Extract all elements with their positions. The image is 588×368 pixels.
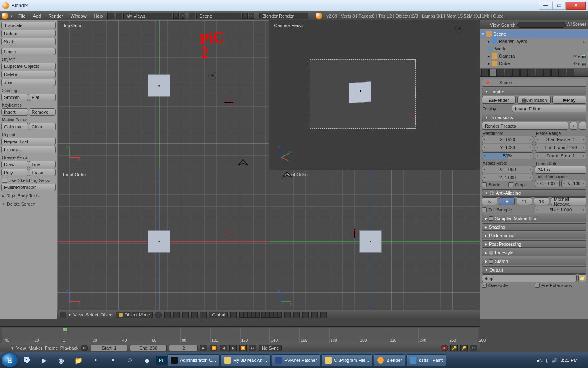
tray-volume-icon[interactable]: 🔊: [552, 358, 557, 363]
panel-shading[interactable]: ▶Shading: [482, 223, 586, 231]
snap-icon[interactable]: [293, 312, 300, 318]
scale-button[interactable]: Scale: [1, 38, 56, 45]
tl-frame[interactable]: Frame: [45, 346, 58, 350]
border-checkbox[interactable]: Borde: [482, 182, 507, 187]
panel-render[interactable]: ▼Render: [482, 88, 586, 95]
tray-flag-icon[interactable]: ▯: [546, 358, 548, 363]
back-to-prev-icon[interactable]: [107, 13, 114, 19]
rotate-button[interactable]: Rotate: [1, 30, 56, 37]
system-tray[interactable]: EN ▯ 🔊 8:21 PM: [537, 354, 586, 366]
res-y-field[interactable]: Y: 1080: [482, 144, 533, 151]
gp-erase-button[interactable]: Erase: [29, 169, 56, 176]
key-insert-icon[interactable]: 🔑: [460, 345, 468, 351]
folder-icon[interactable]: 📁: [578, 274, 586, 282]
layer-buttons[interactable]: [239, 312, 282, 318]
pivot-icon[interactable]: [164, 312, 171, 318]
scene-browse-icon[interactable]: [189, 13, 195, 19]
start-button[interactable]: ⊞: [2, 353, 18, 367]
outliner-filter[interactable]: All Scenes: [567, 22, 586, 28]
lamp-icon[interactable]: [208, 72, 216, 80]
pin-chrome-icon[interactable]: ◉: [53, 354, 69, 366]
autokey-icon[interactable]: ●: [441, 345, 448, 351]
viewport-area[interactable]: Top Ortho yx PiC 2 Camera Persp zy: [57, 20, 480, 319]
gp-poly-button[interactable]: Poly: [1, 169, 28, 176]
render-preview-icon[interactable]: [311, 312, 318, 318]
render-button[interactable]: 📷 Render: [482, 96, 516, 104]
insert-key-button[interactable]: Insert: [1, 108, 28, 116]
panel-freestyle[interactable]: ▶Freestyle: [482, 249, 586, 256]
panel-smb[interactable]: ▶Sampled Motion Blur: [482, 215, 586, 222]
tab-texture[interactable]: [551, 69, 559, 76]
task-admin[interactable]: Administrator: C...: [167, 354, 220, 366]
tab-render[interactable]: [481, 69, 489, 76]
menu-render[interactable]: Render: [45, 13, 66, 19]
tab-material[interactable]: [543, 69, 551, 76]
tab-constraints[interactable]: [520, 69, 528, 76]
output-path-field[interactable]: /tmp\: [482, 274, 577, 282]
pin-media-icon[interactable]: ▶: [36, 354, 52, 366]
timeline-ruler[interactable]: -40-200204060801001201401601802002202402…: [2, 328, 478, 343]
crop-checkbox[interactable]: Crop: [508, 182, 533, 187]
tab-renderlayers[interactable]: [489, 69, 497, 76]
res-x-field[interactable]: X: 1920: [482, 136, 533, 143]
editor-type-icon[interactable]: [60, 312, 66, 318]
join-button[interactable]: Join: [1, 79, 56, 86]
lamp-icon[interactable]: [455, 25, 463, 33]
timeline-type-icon[interactable]: [2, 345, 9, 351]
tab-physics[interactable]: [567, 69, 574, 76]
add-layout-button[interactable]: +: [173, 13, 179, 19]
keyframe-next-icon[interactable]: ⏩: [239, 345, 247, 351]
vp-menu-view[interactable]: View: [74, 312, 83, 317]
task-pvp[interactable]: PVP.net Patcher: [272, 354, 321, 366]
cube-right[interactable]: [359, 230, 382, 253]
res-pct-field[interactable]: 50%: [482, 152, 533, 159]
remove-layout-button[interactable]: ×: [180, 13, 185, 19]
chevron-down-icon[interactable]: ▾: [69, 312, 71, 317]
add-scene-button[interactable]: +: [242, 13, 248, 19]
remap-old-field[interactable]: Ol: 100: [535, 180, 560, 187]
manipulator-icon[interactable]: [173, 312, 180, 318]
delete-screen-panel[interactable]: ▼Delete Screen: [1, 200, 56, 208]
remap-new-field[interactable]: N: 100: [561, 180, 586, 187]
remove-key-button[interactable]: Remove: [29, 108, 56, 116]
freestyle-checkbox[interactable]: [489, 251, 493, 255]
pin-icon[interactable]: 📌: [485, 80, 490, 85]
tl-start-field[interactable]: Start: 1: [91, 345, 127, 351]
stamp-checkbox[interactable]: [489, 259, 493, 264]
rigid-body-panel[interactable]: ▶Rigid Body Tools: [1, 192, 56, 200]
task-blender[interactable]: Blender: [374, 354, 405, 366]
tl-current-field[interactable]: 2: [169, 345, 198, 351]
jump-end-icon[interactable]: ⏭: [249, 345, 256, 351]
screen-layout-select[interactable]: My Views: [123, 13, 172, 19]
key-delete-icon[interactable]: ✂: [470, 345, 477, 351]
widget-scale-icon[interactable]: [200, 312, 207, 318]
camera-outline-icon[interactable]: [237, 158, 249, 166]
tab-scene[interactable]: [497, 69, 504, 76]
snap-type-icon[interactable]: [302, 312, 309, 318]
menu-add[interactable]: Add: [30, 13, 45, 19]
timeline-minibar[interactable]: [0, 319, 480, 327]
smooth-button[interactable]: Smooth: [1, 94, 28, 101]
gp-draw-button[interactable]: Draw: [1, 161, 28, 168]
lock-icon[interactable]: [284, 312, 291, 318]
preset-add-button[interactable]: +: [570, 122, 577, 130]
pin-maya-icon[interactable]: ▪: [87, 354, 104, 366]
aa-11-button[interactable]: 11: [517, 197, 532, 205]
calc-motion-button[interactable]: Calculate: [1, 123, 28, 130]
aa-5-button[interactable]: 5: [482, 197, 497, 205]
menu-window[interactable]: Window: [67, 13, 89, 19]
close-button[interactable]: ✕: [566, 2, 586, 10]
pin-ps-icon[interactable]: Ps: [156, 356, 167, 365]
task-3dmax[interactable]: My 3D Max Ani...: [220, 354, 271, 366]
tab-data[interactable]: [536, 69, 543, 76]
tab-modifiers[interactable]: [528, 69, 535, 76]
viewport-front[interactable]: Front Ortho zx: [57, 170, 269, 310]
viewport-top[interactable]: Top Ortho yx PiC 2: [57, 20, 269, 170]
pin-max-icon[interactable]: ▪: [105, 354, 121, 366]
panel-post[interactable]: ▶Post Processing: [482, 240, 586, 248]
clear-motion-button[interactable]: Clear: [29, 123, 56, 130]
cube-front[interactable]: [148, 230, 170, 253]
fileext-checkbox[interactable]: File Extensions: [535, 283, 586, 288]
keyframe-prev-icon[interactable]: ⏪: [210, 345, 217, 351]
aspect-y-field[interactable]: Y: 1.000: [482, 174, 533, 181]
